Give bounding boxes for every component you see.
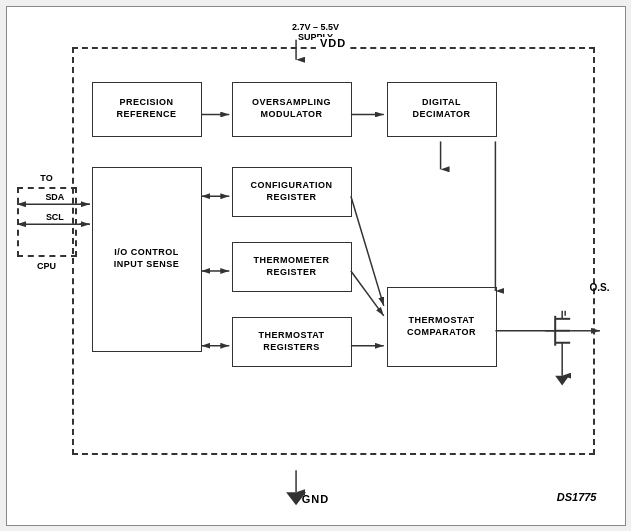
thermostat-comparator-block: THERMOSTAT COMPARATOR <box>387 287 497 367</box>
gnd-label: GND <box>302 493 329 505</box>
thermostat-registers-block: THERMOSTAT REGISTERS <box>232 317 352 367</box>
digital-decimator-block: DIGITAL DECIMATOR <box>387 82 497 137</box>
configuration-register-block: CONFIGURATION REGISTER <box>232 167 352 217</box>
cpu-region: TO CPU <box>17 187 77 257</box>
thermometer-register-block: THERMOMETER REGISTER <box>232 242 352 292</box>
diagram-inner: 2.7V – 5.5V SUPPLY VDD TO CPU PRECISION … <box>17 17 615 515</box>
diagram-container: 2.7V – 5.5V SUPPLY VDD TO CPU PRECISION … <box>6 6 626 526</box>
voltage-text: 2.7V – 5.5V <box>292 22 339 32</box>
cpu-label: CPU <box>37 261 56 271</box>
vdd-label: VDD <box>316 37 350 49</box>
to-cpu-label: TO <box>40 173 52 183</box>
ds-label: DS1775 <box>557 491 597 503</box>
precision-reference-block: PRECISION REFERENCE <box>92 82 202 137</box>
io-control-block: I/O CONTROL INPUT SENSE <box>92 167 202 352</box>
os-label: O.S. <box>589 282 609 293</box>
oversampling-modulator-block: OVERSAMPLING MODULATOR <box>232 82 352 137</box>
